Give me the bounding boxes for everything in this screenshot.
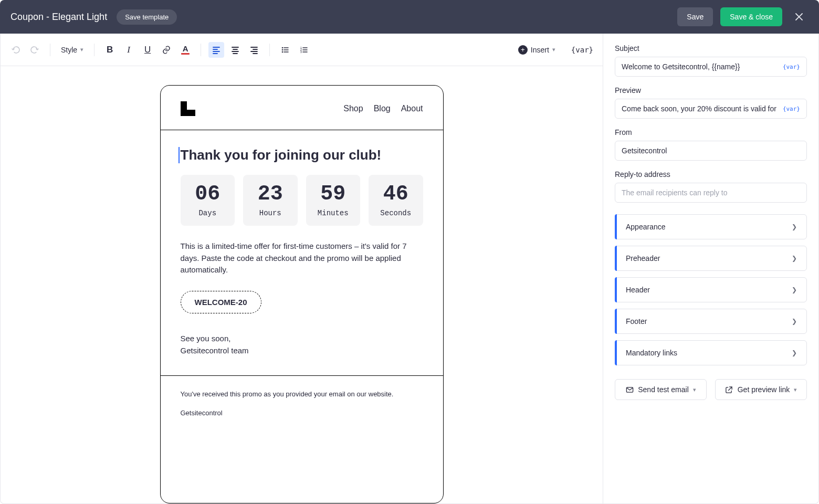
- section-header-label: Header: [626, 286, 650, 294]
- preview-input[interactable]: [622, 104, 779, 113]
- bullet-list-icon: [281, 46, 289, 54]
- link-icon: [162, 45, 171, 55]
- chevron-right-icon: ❯: [792, 223, 797, 230]
- redo-button[interactable]: [27, 42, 43, 58]
- save-close-button[interactable]: Save & close: [720, 7, 782, 26]
- chevron-right-icon: ❯: [792, 286, 797, 293]
- countdown-timer: 06 Days 23 Hours 59 Minutes: [181, 175, 423, 226]
- section-mandatory-links[interactable]: Mandatory links ❯: [615, 340, 807, 365]
- svg-text:3: 3: [300, 50, 302, 54]
- nav-link-blog[interactable]: Blog: [374, 104, 391, 113]
- settings-sidebar: Subject {var} Preview {var} From: [603, 34, 818, 503]
- page-title: Coupon - Elegant Light: [10, 12, 107, 23]
- email-footer-brand[interactable]: Getsitecontrol: [181, 408, 423, 418]
- chevron-right-icon: ❯: [792, 349, 797, 356]
- insert-label: Insert: [531, 46, 549, 54]
- close-button[interactable]: [790, 7, 808, 26]
- section-preheader[interactable]: Preheader ❯: [615, 246, 807, 271]
- align-center-icon: [231, 46, 239, 54]
- countdown-hours: 23 Hours: [243, 175, 298, 226]
- insert-dropdown[interactable]: + Insert ▾: [518, 45, 555, 55]
- italic-button[interactable]: I: [121, 42, 136, 58]
- from-label: From: [615, 128, 807, 136]
- nav-link-shop[interactable]: Shop: [343, 104, 363, 113]
- envelope-icon: [625, 385, 634, 394]
- section-footer[interactable]: Footer ❯: [615, 309, 807, 334]
- brand-logo: [181, 101, 195, 116]
- bullet-list-button[interactable]: [277, 42, 293, 58]
- editor-canvas[interactable]: Shop Blog About Thank you for joining ou…: [1, 66, 603, 503]
- underline-button[interactable]: U: [140, 42, 155, 58]
- email-nav: Shop Blog About: [343, 104, 423, 113]
- countdown-hours-value: 23: [258, 182, 283, 206]
- svg-point-2: [282, 51, 284, 52]
- text-color-icon: A: [181, 45, 190, 55]
- subject-var-button[interactable]: {var}: [783, 64, 800, 70]
- countdown-days-label: Days: [198, 209, 216, 217]
- subject-label: Subject: [615, 44, 807, 52]
- number-list-button[interactable]: 123: [296, 42, 312, 58]
- align-right-button[interactable]: [246, 42, 262, 58]
- email-footer-text[interactable]: You've received this promo as you provid…: [181, 390, 423, 399]
- preview-var-button[interactable]: {var}: [783, 106, 800, 112]
- countdown-minutes-label: Minutes: [318, 209, 349, 217]
- align-left-button[interactable]: [208, 42, 224, 58]
- countdown-minutes-value: 59: [320, 182, 345, 206]
- countdown-seconds-value: 46: [383, 182, 408, 206]
- align-center-button[interactable]: [227, 42, 243, 58]
- save-template-button[interactable]: Save template: [117, 9, 177, 25]
- chevron-down-icon: ▾: [552, 46, 555, 53]
- section-appearance[interactable]: Appearance ❯: [615, 214, 807, 239]
- close-icon: [795, 13, 803, 21]
- coupon-code[interactable]: WELCOME-20: [181, 291, 261, 313]
- email-preview: Shop Blog About Thank you for joining ou…: [160, 85, 444, 503]
- undo-button[interactable]: [8, 42, 24, 58]
- section-preheader-label: Preheader: [626, 254, 660, 262]
- align-left-icon: [212, 46, 220, 54]
- external-link-icon: [725, 385, 733, 394]
- countdown-days-value: 06: [195, 182, 220, 206]
- reply-to-input[interactable]: [622, 188, 800, 197]
- chevron-down-icon: ▾: [80, 46, 83, 53]
- countdown-seconds: 46 Seconds: [369, 175, 423, 226]
- subject-input[interactable]: [622, 62, 779, 71]
- style-label: Style: [61, 46, 77, 54]
- topbar: Coupon - Elegant Light Save template Sav…: [0, 0, 819, 34]
- preview-label: Preview: [615, 86, 807, 94]
- section-footer-label: Footer: [626, 317, 647, 326]
- chevron-right-icon: ❯: [792, 318, 797, 325]
- align-right-icon: [250, 46, 258, 54]
- countdown-seconds-label: Seconds: [380, 209, 411, 217]
- send-test-email-button[interactable]: Send test email ▾: [615, 379, 707, 400]
- bold-button[interactable]: B: [102, 42, 118, 58]
- email-signoff-line1[interactable]: See you soon,: [181, 332, 423, 344]
- undo-icon: [11, 45, 20, 55]
- email-paragraph[interactable]: This is a limited-time offer for first-t…: [181, 240, 423, 276]
- chevron-right-icon: ❯: [792, 255, 797, 262]
- email-signoff-line2[interactable]: Getsitecontrol team: [181, 344, 423, 356]
- style-dropdown[interactable]: Style ▾: [58, 44, 87, 56]
- svg-point-0: [282, 47, 284, 48]
- save-button[interactable]: Save: [677, 7, 713, 26]
- text-color-button[interactable]: A: [177, 42, 193, 58]
- countdown-days: 06 Days: [181, 175, 235, 226]
- section-header[interactable]: Header ❯: [615, 277, 807, 302]
- redo-icon: [30, 45, 39, 55]
- section-mandatory-label: Mandatory links: [626, 349, 677, 357]
- countdown-minutes: 59 Minutes: [306, 175, 361, 226]
- countdown-hours-label: Hours: [259, 209, 281, 217]
- chevron-down-icon: ▾: [693, 386, 696, 393]
- send-test-label: Send test email: [638, 385, 689, 394]
- svg-point-1: [282, 49, 284, 50]
- chevron-down-icon: ▾: [794, 386, 797, 393]
- get-preview-link-button[interactable]: Get preview link ▾: [715, 379, 807, 400]
- link-button[interactable]: [159, 42, 174, 58]
- plus-circle-icon: +: [518, 45, 528, 55]
- preview-link-label: Get preview link: [738, 385, 790, 394]
- email-headline[interactable]: Thank you for joining our club!: [178, 147, 423, 163]
- from-input[interactable]: [622, 146, 800, 155]
- insert-variable-button[interactable]: {var}: [569, 46, 595, 54]
- editor-toolbar: Style ▾ B I U A: [1, 34, 603, 66]
- nav-link-about[interactable]: About: [401, 104, 423, 113]
- section-appearance-label: Appearance: [626, 223, 666, 231]
